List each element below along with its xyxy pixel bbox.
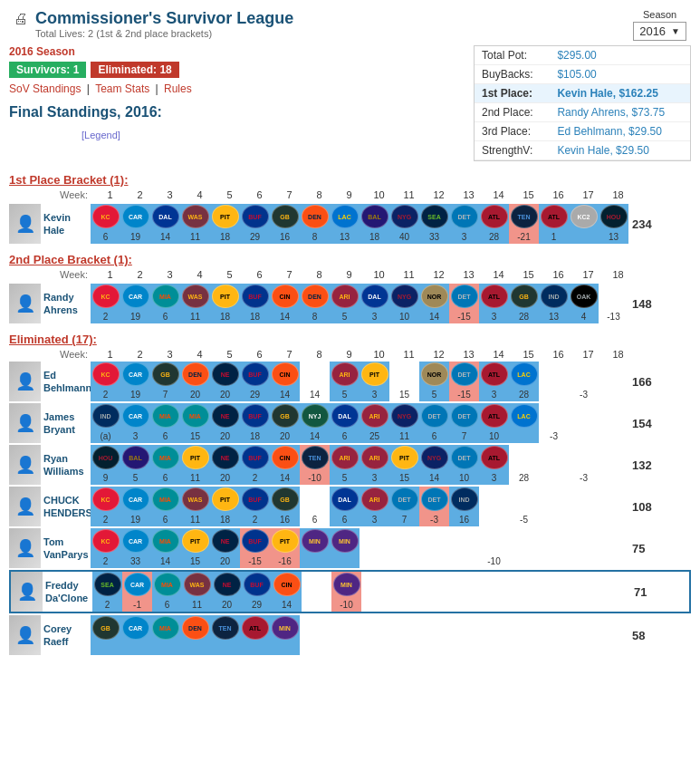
- second-bracket-title[interactable]: 2nd Place Bracket (1):: [9, 253, 691, 266]
- pick-logo-cell: TEN: [300, 445, 330, 470]
- chevron-down-icon: ▼: [671, 26, 680, 36]
- player-row: 👤Freddy Da'CloneSEACARMIAWASNEBUFCINMIN2…: [9, 570, 691, 613]
- pick-logo-cell: [360, 615, 389, 641]
- pick-logo-cell: GB: [150, 362, 180, 387]
- pick-score-cell: [391, 597, 421, 612]
- pick-score-cell: [599, 429, 628, 443]
- season-dropdown[interactable]: 2016 ▼: [633, 22, 686, 41]
- pick-logo-cell: [599, 284, 628, 309]
- pick-score-cell: [91, 641, 120, 655]
- pick-logo-cell: ATL: [479, 284, 509, 309]
- pick-logo-cell: WAS: [182, 572, 212, 597]
- player-name: Kevin Hale: [43, 211, 88, 237]
- pick-logo-cell: KC: [91, 204, 120, 229]
- pick-logo-cell: NE: [210, 403, 240, 429]
- first-bracket-title[interactable]: 1st Place Bracket (1):: [9, 173, 691, 187]
- pick-logo-cell: CAR: [122, 572, 152, 597]
- pick-logo-cell: BUF: [240, 445, 270, 470]
- sov-standings-link[interactable]: SoV Standings: [9, 82, 81, 95]
- pick-score-cell: [150, 641, 180, 655]
- pick-score-cell: 11: [180, 512, 210, 526]
- legend-link[interactable]: [Legend]: [82, 130, 455, 140]
- pick-score-cell: [479, 641, 509, 655]
- pick-logo-cell: CAR: [120, 362, 150, 387]
- pick-score-cell: [300, 554, 330, 568]
- pick-logo-cell: CAR: [120, 528, 150, 554]
- rules-link[interactable]: Rules: [164, 82, 192, 95]
- print-icon[interactable]: 🖨: [14, 11, 28, 27]
- pick-score-cell: [361, 597, 391, 612]
- pick-score-cell: 3: [479, 309, 509, 323]
- pick-logo-cell: ATL: [539, 204, 569, 229]
- pick-score-cell: 11: [182, 597, 212, 612]
- pick-score-cell: -15: [449, 309, 479, 323]
- pick-logo-cell: ATL: [479, 362, 509, 387]
- strength-value: Kevin Hale, $29.50: [550, 141, 690, 160]
- pick-score-cell: 3: [449, 229, 479, 244]
- pick-score-cell: [389, 641, 419, 655]
- pick-logo-cell: [509, 615, 539, 641]
- pick-logo-cell: [449, 615, 479, 641]
- pick-logo-cell: [571, 572, 600, 597]
- player-name: Freddy Da'Clone: [45, 579, 90, 605]
- main-title: Commissioner's Survivor League: [35, 9, 293, 28]
- pick-logo-cell: [451, 572, 481, 597]
- pick-score-cell: 5: [120, 470, 150, 485]
- pick-logo-cell: [360, 528, 389, 554]
- team-stats-link[interactable]: Team Stats: [95, 82, 149, 95]
- pick-logo-cell: [541, 572, 571, 597]
- total-pot-label: Total Pot:: [475, 46, 550, 65]
- pick-logo-cell: [599, 487, 628, 512]
- buybacks-label: BuyBacks:: [475, 65, 550, 84]
- pick-score-cell: [509, 641, 539, 655]
- pick-logo-cell: WAS: [180, 487, 210, 512]
- pick-logo-cell: LAC: [509, 362, 539, 387]
- pick-score-cell: 28: [509, 387, 539, 401]
- avatar: 👤: [9, 615, 41, 655]
- pick-logo-cell: CIN: [270, 362, 300, 387]
- pick-score-cell: 29: [242, 597, 272, 612]
- pick-logo-cell: BUF: [240, 284, 270, 309]
- player-row: 👤Ryan WilliamsHOUBALMIAPITNEBUFCINTENARI…: [9, 445, 691, 485]
- pick-logo-cell: [599, 445, 628, 470]
- pick-score-cell: 19: [120, 309, 150, 323]
- pick-score-cell: 10: [479, 429, 509, 443]
- pick-logo-cell: ATL: [240, 615, 270, 641]
- pick-logo-cell: BUF: [240, 403, 270, 429]
- pick-logo-cell: ARI: [330, 362, 360, 387]
- avatar: 👤: [9, 403, 41, 443]
- pick-score-cell: 6: [152, 597, 182, 612]
- pick-logo-cell: BAL: [360, 204, 389, 229]
- eliminated-title[interactable]: Eliminated (17):: [9, 333, 691, 346]
- pick-logo-cell: ARI: [330, 445, 360, 470]
- player-name: Tom VanParys: [43, 535, 89, 562]
- pick-score-cell: -5: [509, 512, 539, 526]
- avatar: 👤: [9, 204, 41, 244]
- pick-score-cell: 3: [360, 470, 389, 485]
- pick-logo-cell: [361, 572, 391, 597]
- pick-score-cell: [599, 554, 628, 568]
- pick-logo-cell: [539, 487, 569, 512]
- pick-score-cell: 6: [150, 470, 180, 485]
- eliminated-badge: Eliminated: 18: [91, 62, 178, 78]
- pick-logo-cell: NE: [212, 572, 242, 597]
- season-label: Season: [643, 9, 676, 20]
- pick-logo-cell: ATL: [479, 204, 509, 229]
- pick-logo-cell: ARI: [360, 445, 389, 470]
- player-name: Corey Raeff: [43, 622, 88, 649]
- pick-score-cell: [599, 387, 628, 401]
- pick-score-cell: [509, 429, 539, 443]
- pick-logo-cell: [389, 615, 419, 641]
- pick-logo-cell: MIN: [330, 528, 360, 554]
- pick-logo-cell: MIA: [150, 445, 180, 470]
- pick-score-cell: 20: [210, 470, 240, 485]
- pick-logo-cell: NOR: [419, 362, 449, 387]
- pick-logo-cell: WAS: [180, 204, 210, 229]
- pick-score-cell: 11: [180, 309, 210, 323]
- total-score: 166: [628, 375, 652, 389]
- total-score: 75: [628, 542, 645, 555]
- pick-score-cell: 20: [180, 387, 210, 401]
- pick-score-cell: 10: [449, 470, 479, 485]
- pick-score-cell: 20: [210, 429, 240, 443]
- avatar: 👤: [9, 445, 41, 485]
